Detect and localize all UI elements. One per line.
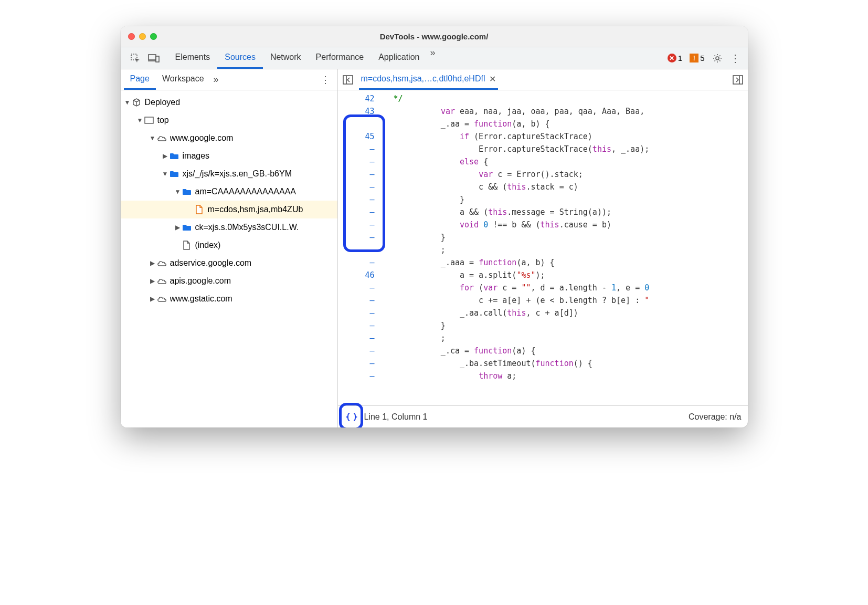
body: Page Workspace » ⋮ ▼Deployed▼top▼www.goo… [121, 69, 748, 427]
code-line: _.aa = function(a, b) { [384, 118, 748, 130]
device-toolbar-icon[interactable] [148, 54, 160, 63]
code-line: _.aa.call(this, c + a[d]) [384, 307, 748, 319]
traffic-lights [121, 33, 157, 40]
line-number[interactable]: 45 [338, 130, 375, 143]
code-line: Error.captureStackTrace(this, _.aa); [384, 143, 748, 155]
navigator-tab-page[interactable]: Page [124, 69, 156, 90]
line-number[interactable]: 43 [338, 105, 375, 118]
gutter-fold-dash[interactable] [338, 168, 375, 181]
gutter-fold-dash[interactable] [338, 332, 375, 345]
close-tab-icon[interactable]: ✕ [489, 74, 496, 84]
gutter-fold-dash[interactable] [338, 345, 375, 357]
pretty-print-button[interactable] [344, 410, 359, 424]
chevron-down-icon[interactable]: ▼ [174, 188, 182, 195]
chevron-down-icon[interactable]: ▼ [162, 170, 169, 178]
tree-row[interactable]: ▶apis.google.com [121, 272, 337, 290]
tree-row[interactable]: (index) [121, 236, 337, 254]
toggle-debugger-icon[interactable] [732, 74, 744, 86]
chevron-right-icon[interactable]: ▶ [162, 152, 169, 160]
svg-rect-1 [149, 55, 156, 60]
tree-label: Deployed [145, 98, 181, 107]
chevron-down-icon[interactable]: ▼ [124, 99, 131, 106]
tab-performance[interactable]: Performance [309, 47, 372, 69]
code-area[interactable]: */ var eaa, naa, jaa, oaa, paa, qaa, Aaa… [380, 90, 748, 405]
code-editor[interactable]: 42434546 */ var eaa, naa, jaa, oaa, paa,… [338, 90, 748, 405]
errors-badge[interactable]: ✕ 1 [668, 54, 682, 62]
tree-label: m=cdos,hsm,jsa,mb4ZUb [208, 205, 303, 214]
more-options-icon[interactable]: ⋮ [730, 53, 740, 64]
gutter-fold-dash[interactable] [338, 218, 375, 231]
tree-label: www.gstatic.com [170, 294, 232, 304]
gutter-fold-dash[interactable] [338, 370, 375, 382]
warnings-count: 5 [700, 54, 704, 62]
toggle-navigator-icon[interactable] [342, 74, 354, 86]
tree-label: apis.google.com [170, 276, 231, 286]
tab-application[interactable]: Application [371, 47, 427, 69]
code-line: c && (this.stack = c) [384, 181, 748, 193]
tree-row[interactable]: m=cdos,hsm,jsa,mb4ZUb [121, 201, 337, 218]
maximize-window-button[interactable] [150, 33, 157, 40]
chevron-right-icon[interactable]: ▶ [174, 224, 182, 231]
tree-row[interactable]: ▼am=CAAAAAAAAAAAAAA [121, 183, 337, 201]
tree-row[interactable]: ▼xjs/_/js/k=xjs.s.en_GB.-b6YM [121, 165, 337, 183]
warnings-badge[interactable]: ! 5 [690, 54, 704, 62]
navigator-more-options-icon[interactable]: ⋮ [316, 74, 334, 86]
tree-label: adservice.google.com [170, 258, 252, 268]
gutter-fold-dash[interactable] [338, 294, 375, 307]
gutter-fold-dash[interactable] [338, 319, 375, 332]
cloud-icon [156, 295, 167, 302]
editor-tab-active[interactable]: m=cdos,hsm,jsa,…c,dtl0hd,eHDfl ✕ [359, 69, 499, 90]
close-window-button[interactable] [128, 33, 135, 40]
chevron-right-icon[interactable]: ▶ [149, 295, 156, 302]
gutter-fold-dash[interactable] [338, 256, 375, 269]
gutter-fold-dash[interactable] [338, 155, 375, 168]
navigator-more-tabs-icon[interactable]: » [210, 74, 221, 85]
code-line: } [384, 193, 748, 206]
tab-network[interactable]: Network [263, 47, 309, 69]
tree-row[interactable]: ▶www.gstatic.com [121, 290, 337, 308]
code-line: a && (this.message = String(a)); [384, 206, 748, 218]
window-title: DevTools - www.google.com/ [121, 32, 748, 41]
tree-label: ck=xjs.s.0Mx5ys3sCUI.L.W. [195, 223, 299, 232]
line-number-gutter[interactable]: 42434546 [338, 90, 380, 405]
tree-row[interactable]: ▶images [121, 147, 337, 165]
tab-sources[interactable]: Sources [217, 47, 263, 69]
more-tabs-icon[interactable]: » [427, 47, 437, 69]
code-line: void 0 !== b && (this.cause = b) [384, 218, 748, 231]
inspect-element-icon[interactable] [130, 53, 141, 64]
gutter-fold-dash[interactable] [338, 193, 375, 206]
minimize-window-button[interactable] [139, 33, 146, 40]
chevron-down-icon[interactable]: ▼ [136, 117, 144, 124]
gutter-fold-dash[interactable] [338, 181, 375, 193]
tree-row[interactable]: ▶ck=xjs.s.0Mx5ys3sCUI.L.W. [121, 218, 337, 236]
settings-icon[interactable] [712, 53, 723, 64]
folder-icon [182, 188, 192, 196]
line-number[interactable]: 42 [338, 92, 375, 105]
tree-row[interactable]: ▼Deployed [121, 93, 337, 111]
code-line: var eaa, naa, jaa, oaa, paa, qaa, Aaa, B… [384, 105, 748, 118]
tab-elements[interactable]: Elements [168, 47, 218, 69]
gutter-fold-dash[interactable] [338, 357, 375, 370]
titlebar: DevTools - www.google.com/ [121, 26, 748, 47]
line-number[interactable]: 46 [338, 269, 375, 281]
gutter-fold-dash[interactable] [338, 206, 375, 218]
gutter-fold-dash[interactable] [338, 143, 375, 155]
chevron-down-icon[interactable]: ▼ [149, 134, 156, 142]
warning-icon: ! [690, 54, 698, 62]
gutter-fold-dash[interactable] [338, 307, 375, 319]
gutter-fold-dash[interactable] [338, 281, 375, 294]
frame-icon [144, 116, 154, 124]
navigator-tab-workspace[interactable]: Workspace [156, 69, 210, 90]
line-number[interactable] [338, 118, 375, 130]
tree-row[interactable]: ▶adservice.google.com [121, 254, 337, 272]
gutter-fold-dash[interactable] [338, 231, 375, 244]
tree-row[interactable]: ▼www.google.com [121, 129, 337, 147]
code-line: _.ca = function(a) { [384, 345, 748, 357]
svg-rect-5 [145, 117, 153, 123]
chevron-right-icon[interactable]: ▶ [149, 277, 156, 285]
folder-icon [182, 224, 192, 232]
chevron-right-icon[interactable]: ▶ [149, 259, 156, 267]
code-line: _.ba.setTimeout(function() { [384, 357, 748, 370]
tree-row[interactable]: ▼top [121, 111, 337, 129]
gutter-fold-dash[interactable] [338, 244, 375, 256]
